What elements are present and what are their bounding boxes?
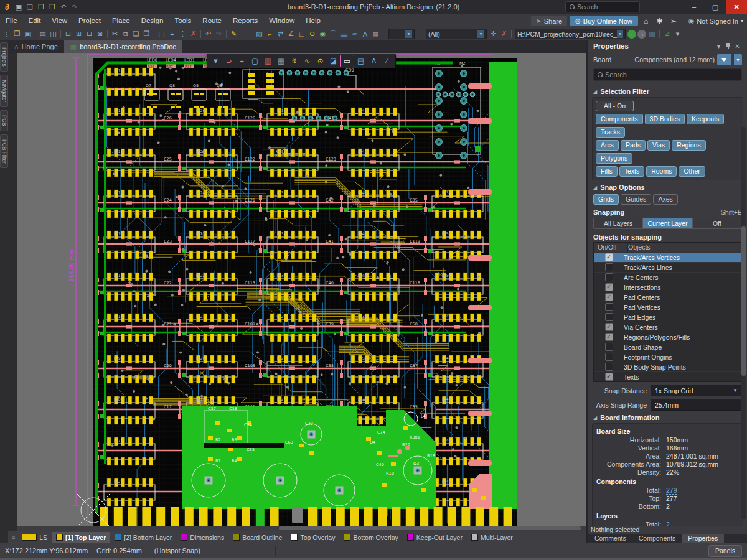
canvas-h-scrollbar-thumb[interactable] [279,526,581,530]
route-angle-icon[interactable]: ∠ [286,29,296,39]
refresh-doc-icon[interactable]: ▥ [647,29,657,39]
zoom-pointer-icon[interactable]: ⊠ [95,29,105,39]
close-button[interactable]: ✕ [726,0,747,14]
snap-row-intersections[interactable]: ✓Intersections [594,282,741,292]
checkbox[interactable] [605,353,613,361]
layer-tab-board-outline[interactable]: Board Outline [228,532,286,543]
snap-row-track-arcs-vertices[interactable]: ✓Track/Arcs Vertices [594,252,741,262]
layer-tab-ls[interactable]: LS [17,532,52,543]
measure-tool-icon[interactable]: ▭ [340,55,354,67]
menu-design[interactable]: Design [136,14,169,28]
measure-arrow-icon[interactable]: ▾ [672,29,683,39]
hatch-icon[interactable]: ▨ [254,29,265,39]
filter-chip-rooms[interactable]: Rooms [646,166,677,177]
menu-file[interactable]: File [0,14,23,28]
sidebar-tab-pcb-filter[interactable]: PCB Filter [0,134,8,169]
copy-icon[interactable]: ⧉ [120,29,131,39]
section-selection-filter[interactable]: ◢ Selection Filter [588,85,747,97]
sidebar-tab-projects[interactable]: Projects [0,42,8,72]
stat-value-link[interactable]: 279 [666,487,677,495]
layer-grip[interactable]: ≡ [12,534,15,541]
maximize-button[interactable]: ▢ [705,0,726,14]
layer-tab-dimensions[interactable]: Dimensions [176,532,228,543]
panel-dropdown-icon[interactable]: ▾ [714,43,723,50]
stat-value-link[interactable]: 2 [666,521,670,526]
path-combo[interactable]: H:\PCM_project\sony_pcm10\rec_▾ [515,29,626,39]
checkbox[interactable] [605,313,613,321]
menu-project[interactable]: Project [73,14,106,28]
filter-chip-polygons[interactable]: Polygons [596,153,632,164]
dimension-tool-icon[interactable]: ▤ [354,55,367,67]
menu-tools[interactable]: Tools [169,14,197,28]
select-region-tool-icon[interactable]: ▢ [248,55,261,67]
pcb-editor-canvas[interactable]: IC16C19IC15C15IC26C26IC35C126IC44C43IC14… [8,53,586,531]
panel-tab-comments[interactable]: Comments [588,534,632,543]
snap-row-track-arcs-lines[interactable]: Track/Arcs Lines [594,262,741,272]
section-snap-options[interactable]: ◢ Snap Options [588,180,747,193]
share-button[interactable]: ➤ Share [531,16,567,26]
properties-search-input[interactable]: Search [593,68,742,81]
layer-tab--2-bottom-layer[interactable]: [2] Bottom Layer [110,532,176,543]
checkbox[interactable]: ✓ [605,373,613,381]
component-icon[interactable]: ▦ [370,29,381,39]
checkbox[interactable]: ✓ [605,323,613,331]
snap-chip-guides[interactable]: Guides [621,194,651,205]
filter-chip-3d-bodies[interactable]: 3D Bodies [645,114,685,124]
fill-rect-icon[interactable]: ▬ [339,29,349,39]
canvas-h-scrollbar[interactable] [17,526,586,531]
layer-tab-top-overlay[interactable]: Top Overlay [286,532,339,543]
menu-route[interactable]: Route [197,14,227,28]
filter-chip-other[interactable]: Other [679,166,705,177]
arc-icon[interactable]: ⌒ [328,29,339,39]
snap-row-pad-centers[interactable]: ✓Pad Centers [594,292,741,302]
via-tool-icon[interactable]: ⊙ [314,55,327,67]
minimize-button[interactable]: – [684,0,705,14]
filter-combo[interactable]: (All)▾ [426,29,487,39]
panel-close-icon[interactable]: ✕ [733,43,742,50]
text-icon[interactable]: A [360,29,370,39]
filter-dropdown-button[interactable]: ▾ [734,54,742,65]
save-icon[interactable]: ▣ [22,29,33,39]
print-icon[interactable]: ❏ [24,3,35,11]
component-tool-icon[interactable]: ▦ [275,55,288,67]
checkbox[interactable] [605,273,613,281]
measure-icon[interactable]: ⊿ [662,29,672,39]
back-icon[interactable]: ← [627,30,636,39]
select-dots-icon[interactable]: ⋮ [177,29,188,39]
polygon-tool-icon[interactable]: ◪ [327,55,340,67]
print-preview-icon[interactable]: ◫ [48,29,59,39]
redo-icon[interactable]: ↷ [69,3,80,11]
snap-row-via-centers[interactable]: ✓Via Centers [594,322,741,332]
layer-tab-keep-out-layer[interactable]: Keep-Out Layer [403,532,467,543]
paste-icon[interactable]: ❏ [131,29,141,39]
filter-chip-keepouts[interactable]: Keepouts [687,114,724,124]
all-on-button[interactable]: All - On [596,101,634,111]
print-icon[interactable]: ▤ [37,29,48,39]
via-icon[interactable]: ⊙ [307,29,317,39]
send-icon[interactable]: ➢ [668,17,679,26]
interactive-route-icon[interactable]: ✎ [228,29,239,39]
filter-chip-pads[interactable]: Pads [621,140,646,151]
menu-reports[interactable]: Reports [227,14,263,28]
clear-selection-icon[interactable]: ✗ [188,29,199,39]
panels-button[interactable]: Panels [708,545,742,557]
sidebar-tab-pcb[interactable]: PCB [0,110,8,131]
snapping-current-layer[interactable]: Current Layer [643,218,692,228]
route-corner-icon[interactable]: ⌐ [265,29,275,39]
zoom-page-icon[interactable]: ⊡ [63,29,73,39]
filter-chip-regions[interactable]: Regions [672,140,706,151]
menu-edit[interactable]: Edit [23,14,47,28]
checkbox[interactable] [605,343,613,351]
pcb-drawing[interactable]: IC16C19IC15C15IC26C26IC35C126IC44C43IC14… [17,53,586,526]
panel-scrollbar-thumb[interactable] [741,226,746,376]
paste-special-icon[interactable]: ❐ [141,29,152,39]
zoom-area-icon[interactable]: ⊞ [73,29,84,39]
snap-chip-grids[interactable]: Grids [593,194,619,205]
magnet-tool-icon[interactable]: ⊃ [222,55,235,67]
axis-snap-range-input[interactable]: 25.4mm [651,399,742,411]
global-search-input[interactable]: Search [565,1,640,12]
layer-tab--1-top-layer[interactable]: [1] Top Layer [52,532,110,543]
snap-row-pad-edges[interactable]: Pad Edges [594,312,741,322]
tab-home-page[interactable]: ⌂ Home Page [8,40,64,53]
select-area-icon[interactable]: ▢ [156,29,167,39]
